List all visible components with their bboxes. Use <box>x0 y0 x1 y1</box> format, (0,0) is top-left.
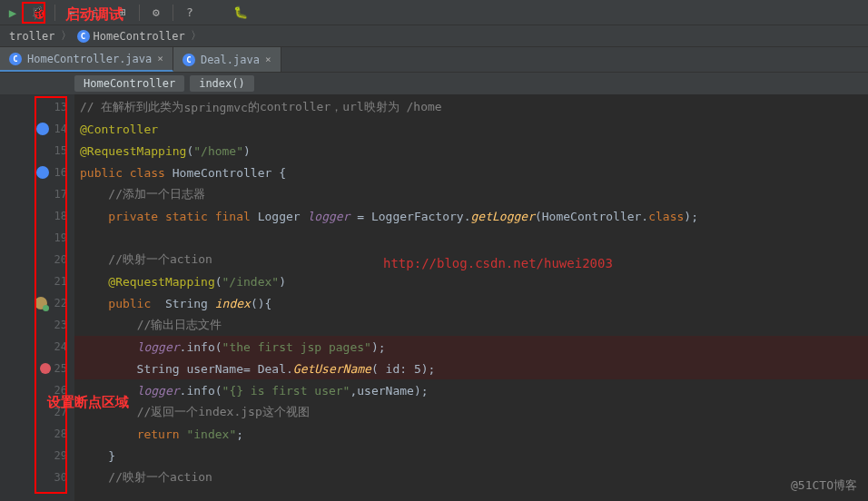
code-token <box>80 210 108 223</box>
breadcrumb-item[interactable]: troller <box>5 30 59 43</box>
gutter-line[interactable]: 28 <box>0 423 74 445</box>
gutter-line[interactable]: 25 <box>0 358 74 379</box>
code-line[interactable]: //返回一个index.jsp这个视图 <box>74 401 868 423</box>
gutter-line[interactable]: 23 <box>0 314 74 336</box>
tab-deal[interactable]: C Deal.java × <box>173 47 281 72</box>
help-icon[interactable]: ? <box>181 4 199 22</box>
code-token <box>80 253 108 267</box>
toolbar-action-1[interactable]: ⇤ <box>63 4 81 22</box>
code-token <box>80 188 108 201</box>
breadcrumb-label: HomeController <box>94 30 185 43</box>
gutter-line[interactable]: 22 <box>0 292 74 314</box>
code-line[interactable]: public String index(){ <box>74 292 868 314</box>
class-icon: C <box>77 30 90 43</box>
code-line[interactable]: @RequestMapping("/home") <box>74 140 868 162</box>
debug-icon[interactable]: 🐞 <box>29 4 47 22</box>
toolbar-action-3[interactable]: ⊞ <box>113 4 132 22</box>
code-token: .info( <box>180 340 222 354</box>
toolbar-action-4[interactable]: ⚙ <box>147 4 165 22</box>
breadcrumb-method[interactable]: index() <box>190 75 254 92</box>
code-breadcrumb: HomeController index() <box>0 73 868 94</box>
code-line[interactable]: public class HomeController { <box>74 162 868 183</box>
code-line[interactable]: // 在解析到此类为springmvc的controller，url映射为 /h… <box>74 96 868 118</box>
gutter-line[interactable]: 24 <box>0 336 74 358</box>
breadcrumb-item[interactable]: C HomeController <box>74 30 189 43</box>
code-line[interactable]: //添加一个日志器 <box>74 183 868 205</box>
code-token: ) <box>243 144 251 158</box>
navigation-breadcrumb: troller 〉 C HomeController 〉 <box>0 25 868 47</box>
gutter-line[interactable]: 16 <box>0 162 74 183</box>
editor-gutter[interactable]: 131415161718192021222324252627282930 <box>0 94 74 501</box>
code-token <box>80 297 108 310</box>
breakpoint-icon[interactable] <box>40 363 51 374</box>
run-icon[interactable]: ▶ <box>4 4 22 22</box>
class-marker-icon <box>36 166 49 179</box>
gutter-line[interactable]: 27 <box>0 401 74 423</box>
code-token <box>80 275 108 289</box>
code-line[interactable]: String userName= Deal.GetUserName( id: 5… <box>74 358 868 379</box>
toolbar-action-5[interactable]: 🐛 <box>232 4 250 22</box>
code-token: Logger <box>258 210 308 223</box>
toolbar-separator <box>139 5 140 21</box>
code-token: (HomeController. <box>535 210 648 223</box>
close-icon[interactable]: × <box>265 54 271 65</box>
code-token: } <box>80 449 115 463</box>
gutter-line[interactable]: 17 <box>0 183 74 205</box>
breadcrumb-separator: 〉 <box>61 28 72 44</box>
code-token: logger <box>137 340 180 354</box>
code-token: //输出日志文件 <box>137 317 222 333</box>
code-token: ; <box>236 427 243 441</box>
main-toolbar: ▶ 🐞 ⇤ ⬚ ⊞ ⚙ ? 🐛 <box>0 0 868 25</box>
code-area[interactable]: http://blog.csdn.net/huwei2003 // 在解析到此类… <box>74 94 868 501</box>
code-token <box>80 427 137 441</box>
editor-tabbar: C HomeController.java × C Deal.java × <box>0 47 868 73</box>
code-token: HomeController { <box>173 166 286 180</box>
code-token: // 在解析到此类为 <box>80 99 183 115</box>
code-token: ( <box>215 275 222 289</box>
code-token: ) <box>279 275 286 289</box>
gutter-line[interactable]: 18 <box>0 205 74 227</box>
class-marker-icon <box>36 123 49 135</box>
gutter-line[interactable]: 20 <box>0 249 74 270</box>
code-line[interactable]: } <box>74 445 868 467</box>
code-line[interactable] <box>74 227 868 249</box>
code-token <box>80 471 108 485</box>
tab-label: Deal.java <box>201 54 260 66</box>
code-token <box>80 384 137 398</box>
class-icon: C <box>182 54 195 66</box>
code-line[interactable]: //映射一个action <box>74 467 868 488</box>
code-line[interactable]: @RequestMapping("/index") <box>74 270 868 292</box>
code-token: logger <box>307 210 350 223</box>
gutter-line[interactable]: 15 <box>0 140 74 162</box>
code-line[interactable]: logger.info("{} is first user",userName)… <box>74 379 868 401</box>
code-token: //返回一个index.jsp这个视图 <box>137 404 310 420</box>
code-token: ( <box>371 362 386 376</box>
gutter-line[interactable]: 26 <box>0 379 74 401</box>
code-token: public class <box>80 166 173 180</box>
code-token: index <box>215 297 251 310</box>
code-line[interactable]: logger.info("the first jsp pages"); <box>74 336 868 358</box>
code-token: getLogger <box>471 210 535 223</box>
gutter-line[interactable]: 29 <box>0 445 74 467</box>
code-line[interactable]: //输出日志文件 <box>74 314 868 336</box>
code-token: String userName= Deal. <box>80 362 293 376</box>
code-token: (){ <box>251 297 271 310</box>
code-token: ( <box>186 144 193 158</box>
breadcrumb-class[interactable]: HomeController <box>74 75 184 92</box>
toolbar-action-2[interactable]: ⬚ <box>88 4 106 22</box>
gutter-line[interactable]: 21 <box>0 270 74 292</box>
code-line[interactable]: private static final Logger logger = Log… <box>74 205 868 227</box>
code-token: .info( <box>180 384 222 398</box>
code-token: @RequestMapping <box>80 144 186 158</box>
code-line[interactable]: //映射一个action <box>74 249 868 270</box>
gutter-line[interactable]: 19 <box>0 227 74 249</box>
tab-homecontroller[interactable]: C HomeController.java × <box>0 47 173 72</box>
tab-label: HomeController.java <box>27 53 152 65</box>
gutter-line[interactable]: 13 <box>0 96 74 118</box>
gutter-line[interactable]: 30 <box>0 467 74 488</box>
code-line[interactable]: @Controller <box>74 118 868 140</box>
gutter-line[interactable]: 14 <box>0 118 74 140</box>
close-icon[interactable]: × <box>157 53 163 64</box>
code-line[interactable]: return "index"; <box>74 423 868 445</box>
code-token: id: <box>386 362 414 376</box>
